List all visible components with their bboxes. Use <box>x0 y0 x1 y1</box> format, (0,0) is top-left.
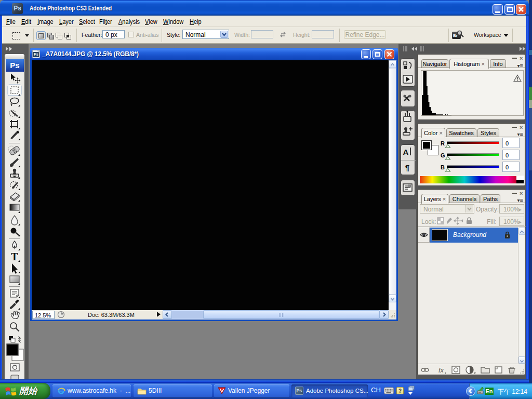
svg-text:¶: ¶ <box>405 163 409 172</box>
svg-text:A: A <box>403 148 409 156</box>
svg-text:T: T <box>11 251 18 262</box>
svg-text:fx: fx <box>438 366 444 374</box>
